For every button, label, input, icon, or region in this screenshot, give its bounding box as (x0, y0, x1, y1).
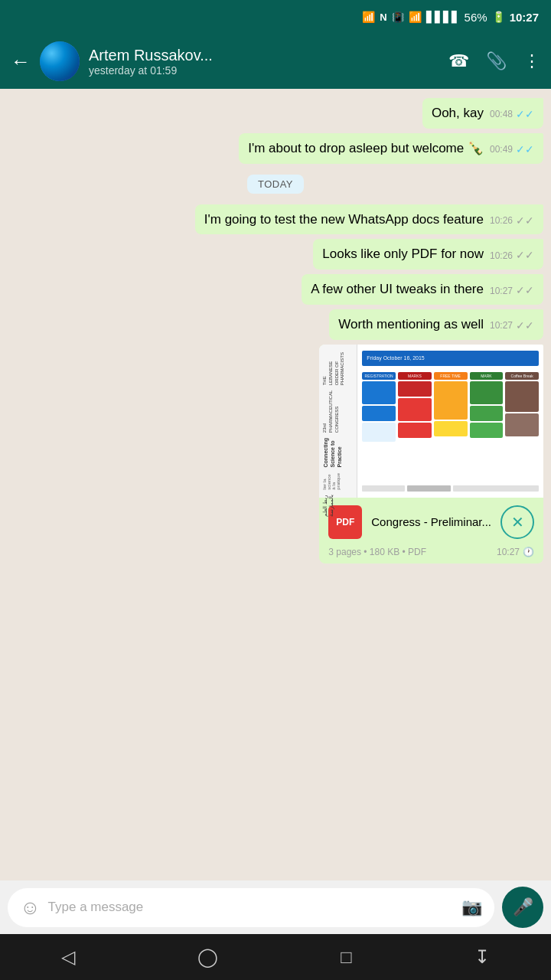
battery-icon: 🔋 (492, 11, 505, 23)
message-6-text: Worth mentioning as well (338, 317, 484, 332)
time-display: 10:27 (510, 11, 539, 24)
pdf-time-row: 10:27 🕐 (497, 547, 534, 557)
contact-name: Artem Russakov... (89, 47, 439, 64)
message-4-meta: 10:26 ✓✓ (490, 248, 534, 263)
date-label: TODAY (247, 175, 304, 194)
pdf-title-text: Connecting Science to Practice (322, 438, 354, 468)
pdf-col-mark2-header: MARK (470, 372, 504, 380)
pdf-cell-4 (398, 381, 432, 397)
message-1-text: Ooh, kay (432, 106, 484, 120)
pdf-col-reg-header: REGISTRATION (362, 372, 396, 380)
message-6-bubble: Worth mentioning as well 10:27 ✓✓ (329, 309, 543, 340)
status-bar: 📶 N 📳 📶 ▋▋▋▋ 56% 🔋 10:27 (0, 0, 551, 34)
message-2-time: 00:49 (490, 143, 513, 156)
input-bar: ☺ Type a message 📷 🎤 (0, 880, 551, 934)
message-2-meta: 00:49 ✓✓ (490, 142, 534, 158)
message-5-wrapper: A few other UI tweaks in there 10:27 ✓✓ (8, 274, 543, 305)
message-4-wrapper: Looks like only PDF for now 10:26 ✓✓ (8, 239, 543, 270)
battery-text: 56% (465, 11, 487, 24)
pdf-cell-2 (362, 406, 396, 421)
message-4-ticks: ✓✓ (516, 248, 534, 263)
message-1-wrapper: Ooh, kay 00:48 ✓✓ (8, 98, 543, 129)
pdf-footer-row-2 (407, 485, 450, 492)
phone-icon[interactable]: ☎ (448, 51, 469, 71)
clock-icon: 🕐 (523, 547, 534, 557)
pdf-time: 10:27 (497, 547, 520, 557)
message-2-ticks: ✓✓ (516, 142, 534, 158)
back-button[interactable]: ← (11, 50, 31, 74)
message-5-meta: 10:27 ✓✓ (490, 283, 534, 299)
pdf-filename: Congress - Preliminar... (371, 515, 491, 528)
status-icons: 📶 N 📳 📶 ▋▋▋▋ 56% 🔋 10:27 (362, 11, 539, 24)
message-3-meta: 10:26 ✓✓ (490, 214, 534, 229)
camera-button[interactable]: 📷 (461, 897, 482, 917)
contact-info[interactable]: Artem Russakov... yesterday at 01:59 (89, 47, 439, 77)
date-divider: TODAY (8, 175, 543, 194)
nav-recent-button[interactable]: □ (341, 946, 352, 968)
pdf-cell-8 (434, 421, 468, 436)
message-input[interactable]: Type a message (48, 900, 454, 915)
chat-area: Ooh, kay 00:48 ✓✓ I'm about to drop asle… (0, 89, 551, 880)
message-3-time: 10:26 (490, 214, 513, 227)
wifi-icon: 📶 (409, 11, 422, 23)
message-3-bubble: I'm going to test the new WhatsApp docs … (195, 204, 543, 235)
message-4-text: Looks like only PDF for now (322, 247, 484, 261)
mic-button[interactable]: 🎤 (502, 887, 543, 928)
emoji-button[interactable]: ☺ (20, 896, 41, 920)
message-1-meta: 00:48 ✓✓ (490, 107, 534, 122)
pdf-cell-9 (470, 381, 504, 404)
message-1-time: 00:48 (490, 108, 513, 121)
pdf-close-button[interactable]: ✕ (500, 505, 534, 539)
pdf-footer-rows (362, 484, 539, 492)
message-input-field[interactable]: ☺ Type a message 📷 (8, 888, 494, 927)
pdf-col-marks: MARKS (398, 372, 432, 481)
pdf-cell-5 (398, 398, 432, 421)
avatar-image (40, 41, 80, 81)
message-6-ticks: ✓✓ (516, 318, 534, 334)
message-2-text: I'm about to drop asleep but welcome 🍾 (248, 141, 484, 155)
message-1-bubble: Ooh, kay 00:48 ✓✓ (422, 98, 543, 129)
nfc-icon: N (380, 11, 386, 23)
message-4-bubble: Looks like only PDF for now 10:26 ✓✓ (313, 239, 543, 270)
pdf-schedule-content: Friday October 16, 2015 REGISTRATION (357, 345, 543, 498)
pdf-schedule-grid: REGISTRATION MARKS (362, 369, 539, 481)
pdf-cell-6 (398, 423, 432, 438)
message-3-ticks: ✓✓ (516, 214, 534, 229)
pdf-footer-row-1 (362, 485, 405, 492)
header-actions: ☎ 📎 ⋮ (448, 51, 540, 71)
message-5-time: 10:27 (490, 285, 513, 298)
message-1-ticks: ✓✓ (516, 107, 534, 122)
message-5-bubble: A few other UI tweaks in there 10:27 ✓✓ (302, 274, 543, 305)
message-6-meta: 10:27 ✓✓ (490, 318, 534, 334)
nav-home-button[interactable]: ◯ (197, 946, 218, 968)
message-7-wrapper: THE LEBANESE ORDER OF PHARMACISTS 23rd P… (8, 345, 543, 564)
pdf-bubble: THE LEBANESE ORDER OF PHARMACISTS 23rd P… (319, 345, 543, 564)
message-5-text: A few other UI tweaks in there (311, 282, 484, 296)
pdf-cell-12 (505, 381, 539, 412)
message-2-wrapper: I'm about to drop asleep but welcome 🍾 0… (8, 133, 543, 164)
pdf-col-free-header: FREE TIME (434, 372, 468, 380)
message-6-time: 10:27 (490, 319, 513, 332)
pdf-cell-11 (470, 423, 504, 438)
pdf-col-coffee-header: Coffee Break (505, 372, 539, 380)
pdf-date-text: Friday October 16, 2015 (367, 355, 425, 361)
contact-status: yesterday at 01:59 (89, 64, 439, 77)
pdf-stats: 3 pages • 180 KB • PDF (328, 547, 426, 557)
message-6-wrapper: Worth mentioning as well 10:27 ✓✓ (8, 309, 543, 340)
nav-back-button[interactable]: ◁ (61, 946, 75, 968)
nav-bar: ◁ ◯ □ ↧ (0, 934, 551, 980)
message-2-bubble: I'm about to drop asleep but welcome 🍾 0… (239, 133, 543, 164)
pdf-col-marks-header: MARKS (398, 372, 432, 380)
pdf-cell-1 (362, 381, 396, 404)
message-3-text: I'm going to test the new WhatsApp docs … (204, 212, 484, 227)
avatar[interactable] (40, 41, 80, 81)
pdf-col-mark2: MARK (470, 372, 504, 481)
pdf-congress-text: 23rd PHARMACEUTICAL CONGRESS (322, 390, 354, 433)
nav-down-button[interactable]: ↧ (474, 946, 490, 968)
attach-icon[interactable]: 📎 (486, 51, 507, 71)
more-icon[interactable]: ⋮ (523, 51, 540, 71)
pdf-org-text: THE LEBANESE ORDER OF PHARMACISTS (322, 352, 354, 385)
pdf-cell-13 (505, 413, 539, 436)
pdf-cell-7 (434, 381, 468, 420)
pdf-preview: THE LEBANESE ORDER OF PHARMACISTS 23rd P… (319, 345, 543, 498)
